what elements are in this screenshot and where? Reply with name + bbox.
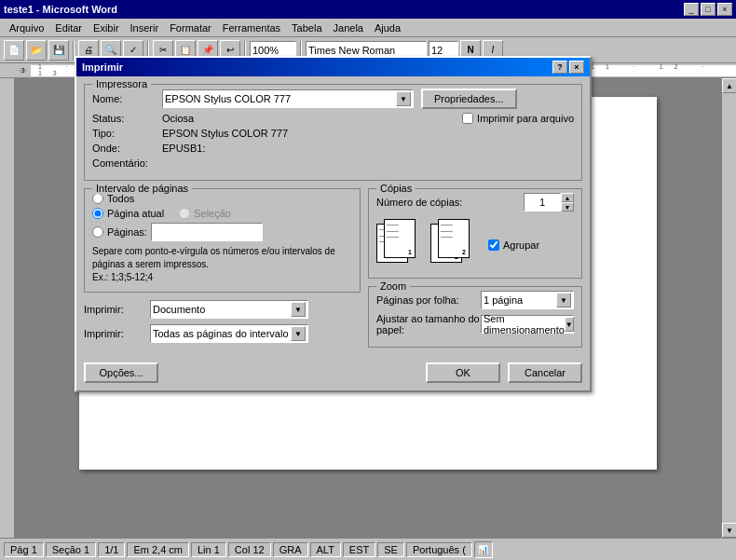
imprimir-dropdown2[interactable]: Todas as páginas do intervalo ▼	[150, 324, 308, 343]
imprimir-value1: Documento	[153, 304, 205, 315]
printer-where-value: EPUSB1:	[162, 143, 205, 154]
fit-paper-dropdown[interactable]: Sem dimensionamento ▼	[481, 315, 574, 334]
pages-per-sheet-dropdown[interactable]: 1 página ▼	[481, 291, 574, 309]
printer-name-dropdown[interactable]: EPSON Stylus COLOR 777 ▼	[162, 89, 414, 108]
menu-arquivo[interactable]: Arquivo	[4, 20, 49, 35]
radio-selection-label[interactable]: Seleção	[179, 208, 231, 219]
printer-status-label: Status:	[92, 113, 162, 124]
copy-icon-1: ───────── 1 ─────────	[376, 219, 423, 270]
radio-current-label[interactable]: Página atual	[92, 208, 164, 219]
menu-bar: Arquivo Editar Exibir Inserir Formatar F…	[0, 19, 736, 37]
status-icon: 📊	[474, 541, 493, 558]
menu-janela[interactable]: Janela	[328, 20, 369, 35]
radio-all-label[interactable]: Todos	[92, 193, 352, 204]
pages-hint: Separe com ponto-e-vírgula os números e/…	[92, 245, 352, 284]
scroll-down-button[interactable]: ▼	[722, 523, 736, 538]
printer-type-label: Tipo:	[92, 128, 162, 139]
printer-dropdown-arrow[interactable]: ▼	[396, 91, 411, 106]
print-to-file-label[interactable]: Imprimir para arquivo	[462, 113, 574, 124]
print-to-file-checkbox[interactable]	[462, 113, 473, 124]
pages-input[interactable]	[151, 223, 263, 241]
printer-name-value: EPSON Stylus COLOR 777	[165, 93, 291, 104]
agrupar-label[interactable]: Agrupar	[488, 239, 539, 251]
menu-formatar[interactable]: Formatar	[164, 20, 217, 35]
vertical-scrollbar: ▲ ▼	[721, 78, 736, 538]
scroll-track[interactable]	[722, 93, 736, 523]
radio-pages-label[interactable]: Páginas:	[92, 226, 147, 238]
print-pages-row: Imprimir: Todas as páginas do intervalo …	[84, 324, 361, 343]
status-section: Seção 1	[46, 542, 96, 557]
dialog-footer: Opções... OK Cancelar	[84, 362, 582, 383]
agrupar-checkbox[interactable]	[488, 239, 499, 251]
save-button[interactable]: 💾	[48, 40, 69, 61]
new-button[interactable]: 📄	[4, 40, 24, 61]
dialog-left-col: Intervalo de páginas Todos Página atual	[84, 188, 361, 355]
printer-comment-label: Comentário:	[92, 157, 162, 169]
radio-all-text: Todos	[107, 193, 134, 204]
open-button[interactable]: 📂	[26, 40, 47, 61]
printer-name-row: Nome: EPSON Stylus COLOR 777 ▼ Proprieda…	[92, 89, 574, 109]
spinner-up-button[interactable]: ▲	[561, 193, 574, 202]
radio-all[interactable]	[92, 193, 103, 204]
menu-ajuda[interactable]: Ajuda	[369, 20, 406, 35]
printer-type-row: Tipo: EPSON Stylus COLOR 777	[92, 128, 574, 139]
printer-group-title: Impressora	[92, 78, 151, 89]
zoom-group: Zoom Páginas por folha: 1 página ▼ Ajust…	[368, 286, 582, 348]
fit-paper-arrow[interactable]: ▼	[565, 317, 574, 332]
dialog-title-bar: Imprimir ? ×	[76, 58, 590, 76]
pages-per-sheet-row: Páginas por folha: 1 página ▼	[376, 291, 574, 309]
copy-page2-front: ───────── 2	[438, 219, 470, 258]
status-language: Português (	[406, 542, 472, 557]
status-page-count: 1/1	[98, 542, 125, 557]
status-line: Lin 1	[191, 542, 226, 557]
title-bar-buttons: _ □ ×	[684, 3, 732, 16]
properties-button[interactable]: Propriedades...	[421, 89, 517, 109]
dialog-close-button[interactable]: ×	[569, 61, 584, 74]
options-button[interactable]: Opções...	[84, 362, 158, 383]
spinner-down-button[interactable]: ▼	[561, 202, 574, 212]
pages-per-sheet-value: 1 página	[484, 294, 523, 306]
copies-label: Número de cópias:	[376, 197, 524, 208]
print-dialog: Imprimir ? × Impressora Nome: EPSON Styl…	[75, 56, 592, 392]
status-bar: Pág 1 Seção 1 1/1 Em 2,4 cm Lin 1 Col 12…	[0, 538, 736, 560]
imprimir-arrow1[interactable]: ▼	[291, 302, 306, 317]
copy-icons-row: ───────── 1 ───────── 2	[376, 219, 574, 270]
status-est: EST	[343, 542, 375, 557]
menu-tabela[interactable]: Tabela	[286, 20, 327, 35]
dialog-title-text: Imprimir	[82, 61, 123, 73]
ok-button[interactable]: OK	[426, 362, 500, 383]
radio-pages[interactable]	[92, 226, 103, 238]
printer-name-label: Nome:	[92, 93, 162, 104]
printer-type-value: EPSON Stylus COLOR 777	[162, 128, 288, 139]
dialog-right-col: Cópias Número de cópias: 1 ▲ ▼	[368, 188, 582, 355]
pages-per-sheet-arrow[interactable]: ▼	[556, 293, 571, 307]
print-to-file-text: Imprimir para arquivo	[477, 113, 574, 124]
zoom-group-title: Zoom	[376, 280, 410, 292]
close-button[interactable]: ×	[717, 3, 732, 16]
copies-input[interactable]: 1	[524, 193, 561, 212]
agrupar-text: Agrupar	[503, 239, 539, 251]
printer-status-value: Ociosa	[162, 113, 194, 124]
maximize-button[interactable]: □	[701, 3, 716, 16]
menu-ferramentas[interactable]: Ferramentas	[217, 20, 286, 35]
spinner-buttons: ▲ ▼	[561, 193, 574, 212]
radio-selection[interactable]	[179, 208, 190, 219]
dialog-title-buttons: ? ×	[552, 61, 584, 74]
menu-exibir[interactable]: Exibir	[88, 20, 125, 35]
minimize-button[interactable]: _	[684, 3, 699, 16]
menu-inserir[interactable]: Inserir	[125, 20, 165, 35]
scroll-up-button[interactable]: ▲	[722, 78, 736, 93]
cancel-button[interactable]: Cancelar	[508, 362, 582, 383]
copy-icon-2: 2 ───────── 2	[430, 219, 477, 270]
status-gra: GRA	[273, 542, 308, 557]
imprimir-dropdown1[interactable]: Documento ▼	[150, 300, 308, 319]
page-range-group: Intervalo de páginas Todos Página atual	[84, 188, 361, 293]
status-page: Pág 1	[4, 542, 44, 557]
menu-editar[interactable]: Editar	[49, 20, 88, 35]
copies-spinner: 1 ▲ ▼	[524, 193, 574, 212]
radio-current[interactable]	[92, 208, 103, 219]
imprimir-arrow2[interactable]: ▼	[291, 326, 306, 341]
dialog-help-button[interactable]: ?	[552, 61, 567, 74]
status-position: Em 2,4 cm	[127, 542, 189, 557]
radio-pages-text: Páginas:	[107, 226, 147, 238]
